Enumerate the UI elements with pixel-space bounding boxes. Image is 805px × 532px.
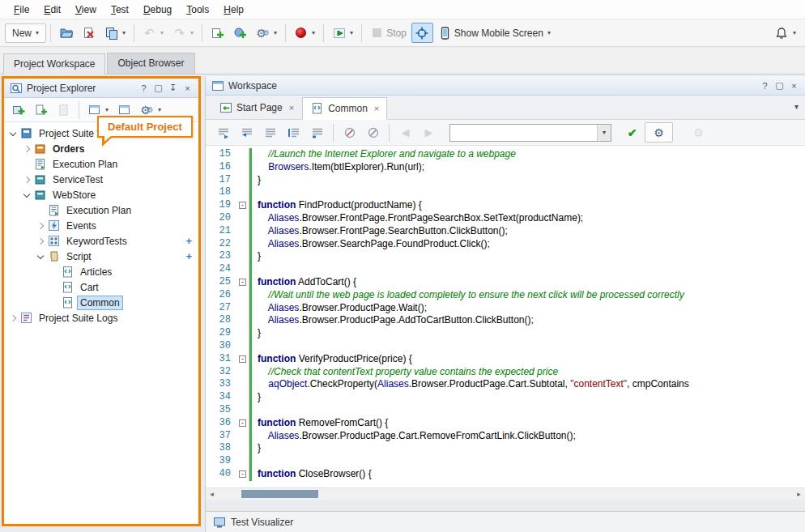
code-line[interactable]: 33 aqObject.CheckProperty(Aliases.Browse…: [206, 378, 805, 391]
ed-format-left-button[interactable]: [236, 122, 258, 143]
tree-item-servicetest[interactable]: ServiceTest: [4, 172, 198, 187]
editor-tab-common[interactable]: Common×: [302, 97, 387, 120]
add-new-item-button[interactable]: [207, 23, 228, 43]
editor-settings-button[interactable]: ⚙: [645, 122, 673, 143]
close-file-button[interactable]: [78, 23, 100, 43]
scroll-left-icon[interactable]: ◂: [206, 490, 218, 498]
panel-close-button[interactable]: ×: [181, 83, 194, 93]
code-line[interactable]: 16 Browsers.Item(btIExplorer).Run(url);: [206, 161, 805, 174]
menu-view[interactable]: View: [68, 1, 104, 19]
code-line[interactable]: 25-function AddToCart() {: [206, 276, 805, 289]
options-button[interactable]: ⚙⚙▾: [252, 23, 281, 43]
menu-test[interactable]: Test: [104, 1, 136, 19]
code-line[interactable]: 36-function RemoveFromCart() {: [206, 417, 805, 430]
tab-project-workspace[interactable]: Project Workspace: [3, 53, 105, 74]
save-all-button[interactable]: ▾: [100, 23, 130, 43]
editor-tab-start-page[interactable]: Start Page×: [211, 96, 302, 119]
add-child-item-button[interactable]: +: [185, 235, 192, 247]
menu-debug[interactable]: Debug: [136, 1, 179, 19]
fold-margin[interactable]: -: [236, 353, 249, 366]
fold-collapse-icon[interactable]: -: [239, 419, 246, 427]
editor-combobox[interactable]: ▾: [449, 124, 611, 142]
spy-button[interactable]: [411, 23, 433, 43]
tree-item-cart[interactable]: Cart: [4, 279, 198, 295]
tree-item-script[interactable]: Script+: [4, 249, 198, 264]
tree-collapsed-chevron-icon[interactable]: [36, 237, 45, 245]
menu-file[interactable]: File: [6, 1, 36, 19]
tree-collapsed-chevron-icon[interactable]: [23, 145, 31, 153]
tree-collapsed-chevron-icon[interactable]: [23, 176, 31, 184]
fold-margin[interactable]: -: [236, 417, 249, 430]
tree-item-project-suite-logs[interactable]: Project Suite Logs: [4, 310, 198, 326]
tree-item-keywordtests[interactable]: KeywordTests+: [4, 233, 198, 249]
menu-help[interactable]: Help: [216, 1, 251, 19]
fold-margin[interactable]: -: [236, 468, 249, 481]
panel-autohide-button[interactable]: ↧: [167, 83, 179, 93]
new-button[interactable]: New▾: [5, 23, 46, 43]
add-child-item-button[interactable]: +: [185, 250, 192, 262]
tree-item-articles[interactable]: Articles: [4, 264, 198, 279]
code-line[interactable]: 38}: [206, 442, 805, 455]
code-line[interactable]: 22 Aliases.Browser.SearchPage.FoundProdu…: [206, 238, 805, 251]
code-line[interactable]: 15 //Launch the Internet Explorer and na…: [206, 148, 805, 161]
code-line[interactable]: 29}: [206, 327, 805, 340]
code-line[interactable]: 19-function FindProduct(productName) {: [206, 199, 805, 212]
ed-strike-region-button[interactable]: [362, 122, 384, 143]
fold-margin[interactable]: -: [236, 276, 249, 289]
pe-new-page-button[interactable]: [53, 100, 75, 120]
code-line[interactable]: 39: [206, 455, 805, 468]
tree-item-orders[interactable]: Orders: [4, 141, 198, 156]
code-line[interactable]: 37 Aliases.Browser.ProductPage.Cart.Remo…: [206, 430, 805, 443]
panel-close-button[interactable]: ×: [788, 81, 800, 91]
tree-item-common[interactable]: Common: [4, 295, 198, 310]
scrollbar-thumb[interactable]: [241, 490, 318, 498]
code-line[interactable]: 23}: [206, 250, 805, 263]
syntax-check-button[interactable]: ✔: [621, 122, 643, 143]
open-button[interactable]: [55, 23, 77, 43]
tree-item-events[interactable]: Events: [4, 218, 198, 233]
tree-item-webstore[interactable]: WebStore: [4, 187, 198, 202]
add-project-item-button[interactable]: [229, 23, 251, 43]
panel-maximize-button[interactable]: ▢: [773, 80, 786, 91]
tab-list-dropdown-icon[interactable]: ▾: [794, 102, 799, 111]
tree-item-execution-plan[interactable]: Execution Plan: [4, 156, 198, 172]
notifications-button[interactable]: ▾: [771, 23, 800, 43]
code-line[interactable]: 27 Aliases.Browser.ProductPage.Wait();: [206, 302, 805, 315]
fold-collapse-icon[interactable]: -: [239, 470, 246, 478]
scroll-right-icon[interactable]: ▸: [793, 490, 805, 498]
redo-button[interactable]: ↷▾: [168, 23, 198, 43]
code-line[interactable]: 20 Aliases.Browser.FrontPage.FrontPageSe…: [206, 212, 805, 225]
menu-tools[interactable]: Tools: [179, 1, 216, 19]
show-mobile-screen-button[interactable]: Show Mobile Screen▾: [434, 23, 555, 43]
undo-button[interactable]: ↶▾: [138, 23, 168, 43]
test-visualizer-bar[interactable]: Test Visualizer: [206, 511, 805, 532]
code-line[interactable]: 21 Aliases.Browser.FrontPage.SearchButto…: [206, 225, 805, 238]
combo-dropdown-icon[interactable]: ▾: [597, 125, 611, 141]
editor-visualizer-splitter[interactable]: [206, 500, 805, 511]
record-button[interactable]: ▾: [290, 23, 319, 43]
code-line[interactable]: 40-function CloseBrowser() {: [206, 468, 805, 481]
ed-disable-region-button[interactable]: [339, 122, 360, 143]
fold-collapse-icon[interactable]: -: [239, 279, 246, 286]
navigate-back-button[interactable]: ◀: [394, 122, 416, 143]
code-line[interactable]: 24: [206, 263, 805, 276]
pe-add-item-button[interactable]: [30, 100, 52, 120]
ed-format-plain-button[interactable]: [259, 122, 281, 143]
fold-margin[interactable]: -: [236, 199, 249, 212]
tree-expanded-chevron-icon[interactable]: [36, 253, 45, 261]
close-tab-icon[interactable]: ×: [374, 104, 379, 113]
tab-object-browser[interactable]: Object Browser: [107, 53, 194, 74]
code-line[interactable]: 35: [206, 404, 805, 417]
tree-collapsed-chevron-icon[interactable]: [9, 314, 17, 322]
run-button[interactable]: ▾: [328, 23, 357, 43]
tree-item-execution-plan[interactable]: Execution Plan: [4, 202, 198, 218]
horizontal-scrollbar[interactable]: ◂ ▸: [206, 487, 805, 500]
code-line[interactable]: 32 //Check that contentText property val…: [206, 366, 805, 379]
panel-help-button[interactable]: ?: [759, 81, 771, 91]
code-line[interactable]: 28 Aliases.Browser.ProductPage.AddToCart…: [206, 314, 805, 327]
code-line[interactable]: 18: [206, 186, 805, 199]
code-line[interactable]: 30: [206, 340, 805, 353]
code-line[interactable]: 26 //Wait until the web page is loaded c…: [206, 289, 805, 302]
navigate-forward-button[interactable]: ▶: [418, 122, 440, 143]
code-editor[interactable]: 15 //Launch the Internet Explorer and na…: [206, 146, 805, 487]
